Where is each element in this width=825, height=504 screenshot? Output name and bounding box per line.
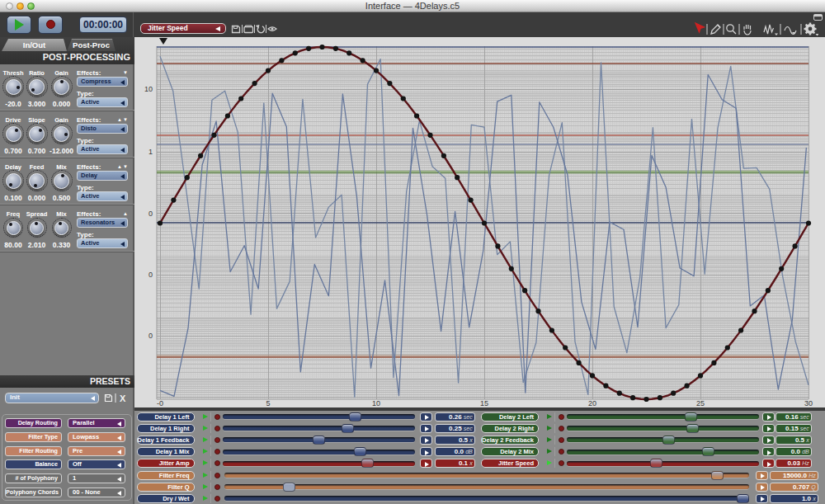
svg-text:25: 25 bbox=[696, 399, 705, 407]
svg-text:30: 30 bbox=[804, 399, 813, 407]
svg-text:-0: -0 bbox=[157, 399, 163, 407]
svg-text:0: 0 bbox=[148, 271, 153, 279]
svg-text:10: 10 bbox=[372, 399, 380, 407]
svg-text:15: 15 bbox=[480, 399, 488, 407]
svg-text:20: 20 bbox=[588, 399, 596, 407]
svg-text:5: 5 bbox=[266, 399, 270, 407]
svg-text:0: 0 bbox=[148, 210, 153, 218]
svg-text:0: 0 bbox=[148, 332, 153, 340]
svg-text:1: 1 bbox=[148, 148, 153, 156]
svg-text:X: X bbox=[120, 393, 126, 403]
svg-text:10: 10 bbox=[144, 85, 153, 93]
